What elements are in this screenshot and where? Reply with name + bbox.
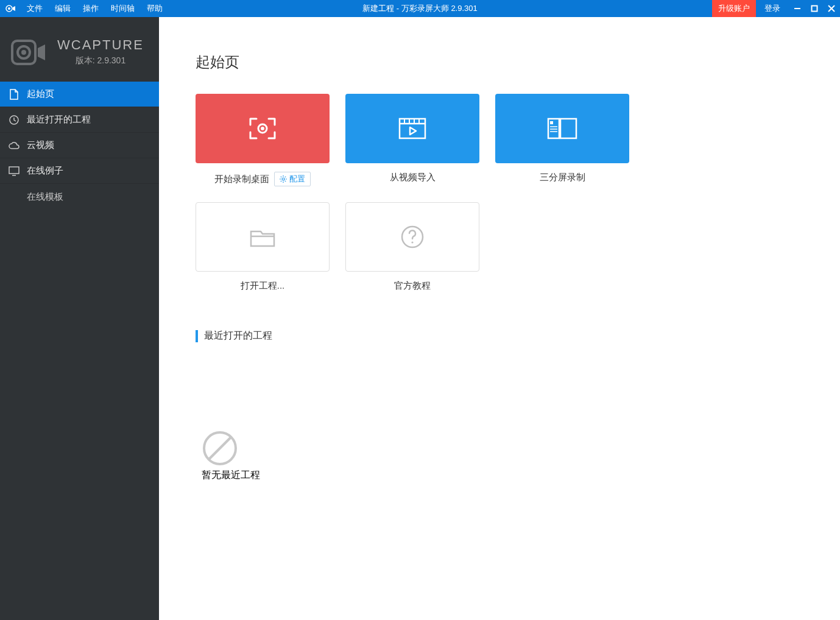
section-title: 最近打开的工程 xyxy=(204,329,272,342)
tile-label: 打开工程... xyxy=(241,280,285,292)
page-icon xyxy=(9,89,19,100)
menu-edit[interactable]: 编辑 xyxy=(49,0,77,17)
maximize-button[interactable] xyxy=(806,0,823,17)
upgrade-button[interactable]: 升级账户 xyxy=(712,0,756,17)
close-button[interactable] xyxy=(823,0,840,17)
empty-text: 暂无最近工程 xyxy=(202,469,427,482)
sidebar-item-start[interactable]: 起始页 xyxy=(0,82,159,107)
sidebar-item-label: 在线例子 xyxy=(27,165,63,177)
sidebar-item-label: 起始页 xyxy=(27,88,54,100)
svg-line-31 xyxy=(209,437,231,459)
svg-rect-22 xyxy=(550,121,553,124)
sidebar-item-label: 最近打开的工程 xyxy=(27,114,91,125)
titlebar: 文件 编辑 操作 时间轴 帮助 新建工程 - 万彩录屏大师 2.9.301 升级… xyxy=(0,0,840,17)
brand-icon xyxy=(10,35,49,68)
sidebar-item-label: 在线模板 xyxy=(27,191,63,203)
sidebar-item-examples[interactable]: 在线例子 xyxy=(0,158,159,184)
tile-import-video[interactable] xyxy=(345,94,479,163)
menu-timeline[interactable]: 时间轴 xyxy=(105,0,141,17)
config-button[interactable]: 配置 xyxy=(274,172,311,186)
tile-tutorial[interactable] xyxy=(345,202,479,272)
empty-state: 暂无最近工程 xyxy=(202,357,427,467)
svg-point-13 xyxy=(261,127,264,130)
menu-file[interactable]: 文件 xyxy=(21,0,49,17)
cloud-icon xyxy=(9,140,19,151)
sidebar-item-templates[interactable]: 在线模板 xyxy=(0,184,159,210)
window-title: 新建工程 - 万彩录屏大师 2.9.301 xyxy=(362,3,478,14)
sidebar-item-cloud[interactable]: 云视频 xyxy=(0,133,159,158)
empty-cloud-bg xyxy=(202,357,427,430)
clock-icon xyxy=(9,114,19,125)
svg-rect-10 xyxy=(9,167,19,174)
tile-label: 从视频导入 xyxy=(390,172,436,183)
gear-icon xyxy=(280,175,287,183)
login-button[interactable]: 登录 xyxy=(756,0,789,17)
svg-point-8 xyxy=(21,50,26,55)
tile-triple-screen[interactable] xyxy=(495,94,629,163)
page-title: 起始页 xyxy=(196,52,840,72)
svg-point-29 xyxy=(411,241,413,243)
menu-help[interactable]: 帮助 xyxy=(141,0,169,17)
svg-point-14 xyxy=(282,178,284,180)
svg-rect-3 xyxy=(812,6,817,12)
recent-section-header: 最近打开的工程 xyxy=(196,329,840,342)
tile-open-project[interactable] xyxy=(196,202,330,272)
monitor-icon xyxy=(9,166,19,177)
sidebar-item-label: 云视频 xyxy=(27,139,54,151)
menu-action[interactable]: 操作 xyxy=(77,0,105,17)
sidebar-nav: 起始页 最近打开的工程 云视频 在线例子 在线模板 xyxy=(0,82,159,210)
brand-version: 版本: 2.9.301 xyxy=(57,55,144,66)
forbidden-icon xyxy=(202,430,238,467)
tile-label: 开始录制桌面 xyxy=(214,174,269,185)
tile-record-desktop[interactable] xyxy=(196,94,330,163)
svg-rect-21 xyxy=(548,119,559,138)
tile-label: 官方教程 xyxy=(394,280,431,292)
svg-rect-26 xyxy=(560,119,576,138)
section-accent-bar xyxy=(196,330,198,342)
minimize-button[interactable] xyxy=(789,0,806,17)
sidebar-item-recent[interactable]: 最近打开的工程 xyxy=(0,107,159,133)
sidebar: WCAPTURE 版本: 2.9.301 起始页 最近打开的工程 xyxy=(0,17,159,620)
svg-point-1 xyxy=(8,7,10,10)
tile-label: 三分屏录制 xyxy=(540,172,585,183)
brand-block: WCAPTURE 版本: 2.9.301 xyxy=(0,17,159,79)
app-icon xyxy=(4,3,18,14)
tiles-grid: 开始录制桌面 配置 xyxy=(196,94,658,292)
main-content: 起始页 开始录制桌面 配置 xyxy=(159,17,840,620)
brand-name: WCAPTURE xyxy=(57,37,144,53)
menu-bar: 文件 编辑 操作 时间轴 帮助 xyxy=(21,0,169,17)
